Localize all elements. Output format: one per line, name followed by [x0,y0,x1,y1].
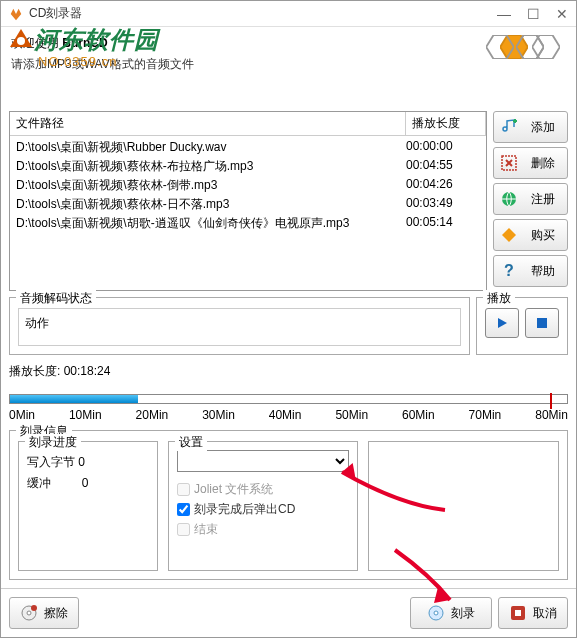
burn-info-group: 刻录信息 刻录进度 写入字节 0 缓冲 0 设置 [9,430,568,580]
file-list-header: 文件路径 播放长度 [10,112,486,136]
finish-checkbox: 结束 [177,521,349,538]
svg-rect-18 [515,610,521,616]
decode-status-group: 音频解码状态 动作 [9,297,470,355]
capacity-marker [550,393,552,409]
delete-button[interactable]: 删除 [493,147,568,179]
joliet-checkbox: Joliet 文件系统 [177,481,349,498]
file-row[interactable]: D:\tools\桌面\新视频\蔡依林-倒带.mp300:04:26 [10,176,486,195]
drive-select[interactable] [177,450,349,472]
timeline[interactable]: 0Min10Min20Min30Min40Min50Min60Min70Min8… [9,390,568,424]
music-plus-icon [500,118,518,136]
prompt-text: 请添加MP3或WAV格式的音频文件 [11,56,486,73]
eject-checkbox[interactable]: 刻录完成后弹出CD [177,501,349,518]
action-label: 动作 [25,316,49,330]
maximize-button[interactable]: ☐ [527,6,540,22]
burn-progress-group: 刻录进度 写入字节 0 缓冲 0 [18,441,158,571]
svg-marker-9 [502,228,516,242]
svg-marker-6 [516,35,544,59]
register-button[interactable]: 注册 [493,183,568,215]
disc-burn-icon [427,604,445,622]
delete-icon [500,154,518,172]
duration-label: 播放长度: 00:18:24 [9,361,568,382]
buffer-value: 0 [82,476,89,490]
file-row[interactable]: D:\tools\桌面\新视频\胡歌-逍遥叹《仙剑奇侠传》电视原声.mp300:… [10,214,486,233]
disc-erase-icon [20,604,38,622]
add-button[interactable]: 添加 [493,111,568,143]
written-bytes-value: 0 [78,455,85,469]
file-row[interactable]: D:\tools\桌面\新视频\蔡依林-日不落.mp300:03:49 [10,195,486,214]
hex-logo [486,35,566,105]
timeline-ticks: 0Min10Min20Min30Min40Min50Min60Min70Min8… [9,408,568,422]
file-row[interactable]: D:\tools\桌面\新视频\Rubber Ducky.wav00:00:00 [10,138,486,157]
col-duration[interactable]: 播放长度 [406,112,486,135]
svg-marker-10 [498,318,507,328]
settings-group: 设置 Joliet 文件系统 刻录完成后弹出CD 结束 [168,441,358,571]
cancel-button[interactable]: 取消 [498,597,568,629]
svg-marker-5 [486,35,514,59]
log-area[interactable] [368,441,559,571]
play-button[interactable] [485,308,519,338]
close-button[interactable]: ✕ [556,6,568,22]
file-list[interactable]: 文件路径 播放长度 D:\tools\桌面\新视频\Rubber Ducky.w… [9,111,487,291]
file-row[interactable]: D:\tools\桌面\新视频\蔡依林-布拉格广场.mp300:04:55 [10,157,486,176]
play-group: 播放 [476,297,568,355]
window-title: CD刻录器 [29,5,497,22]
svg-point-13 [27,611,31,615]
buy-button[interactable]: 购买 [493,219,568,251]
titlebar: CD刻录器 — ☐ ✕ [1,1,576,27]
stop-cancel-icon [509,604,527,622]
stop-button[interactable] [525,308,559,338]
app-icon [9,7,23,21]
minimize-button[interactable]: — [497,6,511,22]
col-path[interactable]: 文件路径 [10,112,406,135]
globe-icon [500,190,518,208]
header: 欢迎使用 BurnCD 请添加MP3或WAV格式的音频文件 [1,27,576,107]
welcome-text: 欢迎使用 BurnCD [11,35,486,52]
svg-point-14 [31,605,37,611]
burn-button[interactable]: 刻录 [410,597,492,629]
help-button[interactable]: ? 帮助 [493,255,568,287]
question-icon: ? [500,262,518,280]
erase-button[interactable]: 擦除 [9,597,79,629]
diamond-icon [500,226,518,244]
svg-point-16 [434,611,438,615]
svg-rect-11 [537,318,547,328]
